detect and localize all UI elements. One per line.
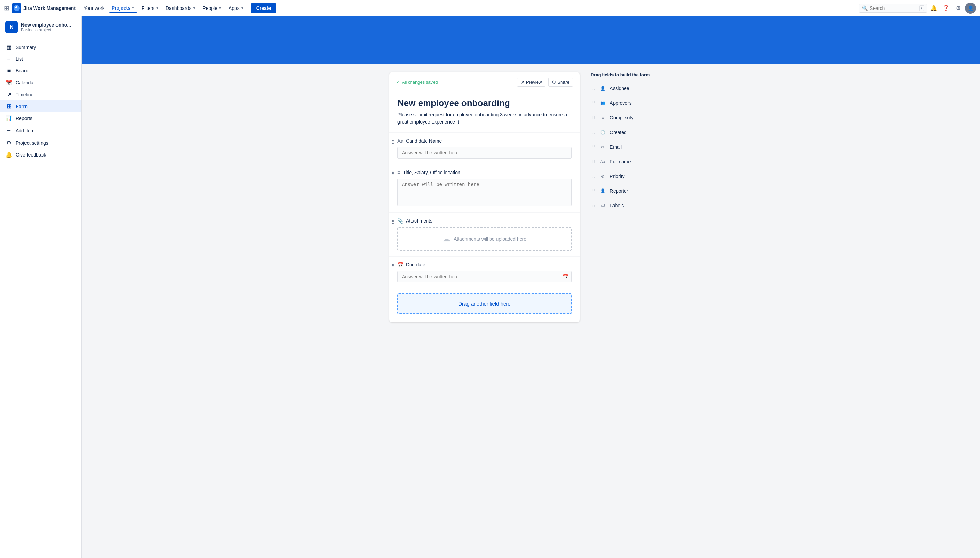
field-header-0: Aa Candidate Name	[397, 138, 572, 144]
right-panel-field-priority[interactable]: ⠿ ⊙ Priority	[591, 169, 672, 184]
field-label-3: Due date	[406, 262, 425, 268]
preview-button[interactable]: ↗ Preview	[517, 77, 545, 87]
sidebar-item-summary[interactable]: ▦Summary	[0, 41, 81, 53]
right-panel-field-label-3: Created	[610, 130, 627, 135]
right-panel-drag-icon-5: ⠿	[592, 159, 596, 164]
nav-projects[interactable]: Projects ▼	[109, 4, 138, 13]
date-input-wrapper-3: 📅	[397, 271, 572, 282]
preview-label: Preview	[526, 80, 542, 85]
attachments-drop-2[interactable]: ☁ Attachments will be uploaded here	[397, 227, 572, 251]
main-header-blue	[82, 16, 980, 64]
preview-icon: ↗	[520, 80, 524, 85]
nav-icon-7: ＋	[5, 127, 12, 134]
right-panel-drag-icon-7: ⠿	[592, 189, 596, 194]
share-label: Share	[557, 80, 569, 85]
nav-icon-6: 📊	[5, 115, 12, 121]
sidebar-item-give-feedback[interactable]: 🔔Give feedback	[0, 149, 81, 161]
drag-handle-3[interactable]: ⠿	[391, 263, 395, 269]
upload-icon: ☁	[443, 235, 450, 243]
field-header-2: 📎 Attachments	[397, 218, 572, 223]
nav-label-0: Summary	[16, 44, 36, 50]
project-type: Business project	[21, 28, 71, 32]
right-panel-field-complexity[interactable]: ⠿ ≡ Complexity	[591, 111, 672, 125]
form-card: ✓ All changes saved ↗ Preview ⬡ Share	[389, 72, 580, 322]
right-panel-field-labels[interactable]: ⠿ 🏷 Labels	[591, 199, 672, 213]
layout: N New employee onbo... Business project …	[0, 16, 980, 558]
filters-chevron: ▼	[156, 6, 159, 10]
settings-button[interactable]: ⚙	[953, 3, 964, 14]
form-field-2: ⠿ 📎 Attachments ☁ Attachments will be up…	[389, 212, 580, 256]
project-icon: N	[5, 21, 18, 33]
logo[interactable]: Jira Work Management	[12, 3, 76, 13]
dashboards-chevron: ▼	[192, 6, 196, 10]
sidebar-item-project-settings[interactable]: ⚙Project settings	[0, 137, 81, 149]
right-panel-field-label-8: Labels	[610, 203, 624, 208]
sidebar-item-form[interactable]: ⊞Form	[0, 100, 81, 112]
nav-people[interactable]: People ▼	[200, 4, 225, 12]
share-icon: ⬡	[552, 80, 556, 85]
avatar[interactable]: 👤	[965, 3, 976, 14]
sidebar-item-add-item[interactable]: ＋Add item	[0, 124, 81, 137]
sidebar-item-calendar[interactable]: 📅Calendar	[0, 77, 81, 89]
notifications-button[interactable]: 🔔	[928, 3, 939, 14]
drag-handle-2[interactable]: ⠿	[391, 220, 395, 225]
right-panel-drag-icon-0: ⠿	[592, 86, 596, 91]
attachments-placeholder-2: Attachments will be uploaded here	[454, 236, 526, 241]
right-panel-field-icon-1: 👥	[599, 99, 606, 107]
field-type-icon-0: Aa	[397, 138, 403, 144]
grid-icon[interactable]: ⊞	[4, 5, 9, 12]
field-type-icon-2: 📎	[397, 218, 403, 223]
sidebar-item-timeline[interactable]: ↗Timeline	[0, 89, 81, 100]
field-label-0: Candidate Name	[406, 138, 442, 144]
drag-handle-1[interactable]: ⠿	[391, 171, 395, 177]
form-fields-container: ⠿ Aa Candidate Name ⠿ ≡ Title, Salary, O…	[389, 132, 580, 288]
sidebar-item-board[interactable]: ▣Board	[0, 65, 81, 77]
right-panel-field-approvers[interactable]: ⠿ 👥 Approvers	[591, 96, 672, 111]
create-button[interactable]: Create	[251, 3, 277, 13]
nav-dashboards[interactable]: Dashboards ▼	[163, 4, 199, 12]
saved-status: ✓ All changes saved	[396, 80, 438, 85]
right-panel-field-icon-2: ≡	[599, 114, 606, 121]
nav-icon-3: 📅	[5, 79, 12, 86]
people-chevron: ▼	[218, 6, 222, 10]
right-panel-field-icon-3: 🕐	[599, 129, 606, 136]
right-panel-field-label-7: Reporter	[610, 188, 628, 194]
sidebar-item-list[interactable]: ≡List	[0, 53, 81, 65]
right-panel-field-icon-5: Aa	[599, 158, 606, 165]
right-panel-drag-icon-2: ⠿	[592, 115, 596, 120]
search-box[interactable]: 🔍 /	[859, 4, 927, 13]
form-header-actions: ↗ Preview ⬡ Share	[517, 77, 573, 87]
right-panel-field-full-name[interactable]: ⠿ Aa Full name	[591, 154, 672, 169]
right-panel-field-created[interactable]: ⠿ 🕐 Created	[591, 125, 672, 140]
form-field-0: ⠿ Aa Candidate Name	[389, 132, 580, 164]
field-input-0[interactable]	[397, 147, 572, 159]
right-panel-field-assignee[interactable]: ⠿ 👤 Assignee	[591, 81, 672, 96]
logo-text: Jira Work Management	[23, 5, 76, 11]
project-name: New employee onbo...	[21, 22, 71, 28]
search-input[interactable]	[870, 5, 918, 11]
nav-your-work[interactable]: Your work	[81, 4, 108, 12]
search-icon: 🔍	[862, 5, 868, 11]
drag-handle-0[interactable]: ⠿	[391, 140, 395, 145]
right-panel-field-email[interactable]: ⠿ ✉ Email	[591, 140, 672, 154]
drag-field-zone-text: Drag another field here	[458, 301, 511, 307]
project-header[interactable]: N New employee onbo... Business project	[0, 16, 81, 38]
form-title: New employee onboarding	[389, 91, 580, 111]
nav-label-5: Form	[16, 104, 28, 109]
nav-icon-1: ≡	[5, 56, 12, 62]
form-card-header: ✓ All changes saved ↗ Preview ⬡ Share	[389, 72, 580, 91]
drag-field-zone[interactable]: Drag another field here	[397, 293, 572, 314]
right-panel-drag-icon-3: ⠿	[592, 130, 596, 135]
field-input-1[interactable]	[397, 179, 572, 206]
right-panel-field-icon-6: ⊙	[599, 172, 606, 180]
right-panel-field-reporter[interactable]: ⠿ 👤 Reporter	[591, 184, 672, 199]
nav-label-8: Project settings	[16, 140, 48, 146]
nav-apps[interactable]: Apps ▼	[226, 4, 247, 12]
nav-label-1: List	[16, 56, 23, 62]
sidebar-item-reports[interactable]: 📊Reports	[0, 112, 81, 124]
nav-filters[interactable]: Filters ▼	[139, 4, 162, 12]
share-button[interactable]: ⬡ Share	[548, 77, 573, 87]
help-button[interactable]: ❓	[941, 3, 951, 14]
right-panel-drag-icon-4: ⠿	[592, 144, 596, 150]
field-input-3[interactable]	[397, 271, 572, 282]
